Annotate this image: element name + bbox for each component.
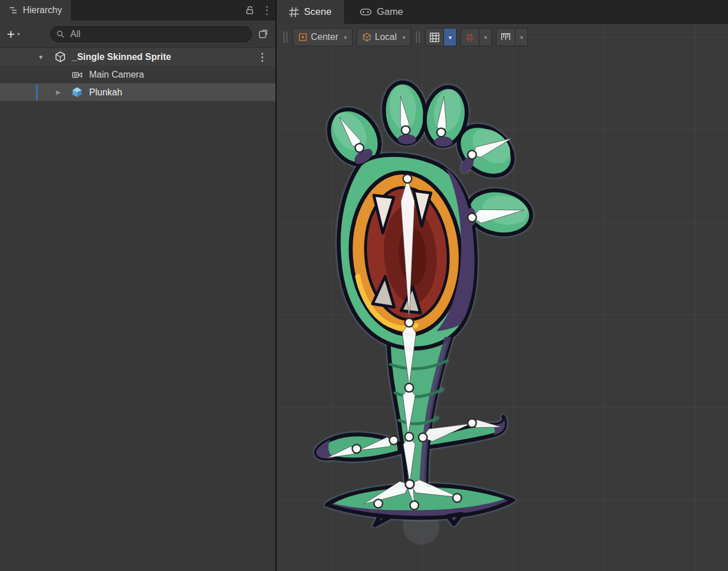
snap-increment-group: ▾: [496, 28, 528, 46]
grid-visibility-group: ▾: [425, 28, 457, 46]
gamepad-icon: [360, 8, 371, 16]
plunkah-label: Plunkah: [89, 87, 122, 98]
chevron-down-icon: ▾: [402, 34, 405, 41]
scene-tab-strip: Scene Game: [277, 0, 728, 24]
bone-joint[interactable]: [453, 494, 462, 502]
bone-joint[interactable]: [468, 151, 477, 159]
bone[interactable]: [401, 179, 414, 320]
bone[interactable]: [423, 424, 471, 441]
chevron-down-icon: ▾: [520, 34, 523, 41]
foldout-expanded-icon[interactable]: ▼: [38, 54, 44, 61]
tool-handle-rotation-button[interactable]: Local ▾: [357, 28, 411, 46]
bone[interactable]: [410, 480, 459, 497]
bone[interactable]: [339, 117, 360, 148]
bone-joint[interactable]: [353, 445, 361, 453]
search-icon: [57, 30, 65, 38]
bone[interactable]: [401, 96, 409, 130]
snap-group: ▾: [461, 28, 492, 46]
bone-joint[interactable]: [374, 500, 383, 508]
grid-icon: [430, 33, 439, 42]
tab-strip-spacer: [71, 0, 241, 21]
bone[interactable]: [358, 437, 394, 451]
chevron-down-icon: ▾: [449, 34, 451, 41]
hierarchy-search-field[interactable]: [50, 26, 252, 42]
bone[interactable]: [403, 388, 415, 436]
bone-joint[interactable]: [390, 436, 398, 445]
hierarchy-icon: [9, 6, 18, 14]
window-picker-icon[interactable]: [258, 29, 269, 41]
bone-joint[interactable]: [403, 175, 412, 183]
scene-tab-label: Scene: [304, 6, 331, 18]
snap-increment-button[interactable]: [496, 28, 515, 46]
bone-joint[interactable]: [406, 480, 414, 489]
chevron-down-icon: ▾: [344, 34, 347, 41]
bone-joint[interactable]: [355, 144, 364, 152]
snap-increment-dropdown[interactable]: ▾: [515, 28, 528, 46]
chevron-down-icon: ▾: [484, 34, 487, 41]
local-cube-icon: [362, 33, 371, 42]
camera-icon: [72, 70, 83, 79]
bone-joint[interactable]: [405, 319, 414, 327]
scene-root-row[interactable]: ▼ _Single Skinned Sprite ⋮: [0, 48, 275, 66]
main-camera-row[interactable]: Main Camera: [0, 66, 275, 83]
bone-joint[interactable]: [419, 433, 427, 442]
plunkah-row[interactable]: ▶ Plunkah: [0, 83, 275, 101]
tool-handle-position-button[interactable]: Center ▾: [293, 28, 353, 46]
scene-grid-icon: [289, 7, 299, 17]
hierarchy-toolbar: + ▾: [0, 21, 275, 48]
create-object-button[interactable]: + ▾: [7, 27, 20, 41]
scene-toolbar: Center ▾ Local ▾: [282, 27, 528, 47]
selection-accent-bar: [36, 85, 38, 100]
snap-grid-icon: [465, 33, 475, 42]
grid-snapping-button[interactable]: [461, 28, 479, 46]
game-tab-label: Game: [377, 6, 403, 18]
hierarchy-menu-kebab-icon[interactable]: ⋮: [258, 0, 275, 21]
lock-icon[interactable]: [241, 0, 258, 21]
scene-row-kebab-icon[interactable]: ⋮: [257, 52, 267, 62]
hierarchy-tab-label: Hierarchy: [23, 5, 62, 15]
bone-joint[interactable]: [402, 126, 410, 135]
tab-scene[interactable]: Scene: [277, 0, 344, 24]
hierarchy-tree: ▼ _Single Skinned Sprite ⋮: [0, 48, 275, 571]
bone[interactable]: [402, 323, 416, 387]
unity-editor: Hierarchy ⋮ + ▾: [0, 0, 728, 571]
scene-name-label: _Single Skinned Sprite: [72, 52, 171, 62]
grid-settings-dropdown[interactable]: ▾: [444, 28, 457, 46]
chevron-down-icon: ▾: [17, 31, 20, 37]
handle-position-label: Center: [311, 32, 338, 42]
scene-viewport[interactable]: Center ▾ Local ▾: [277, 24, 728, 571]
pivot-center-icon: [298, 33, 307, 42]
bone[interactable]: [437, 96, 446, 132]
bone[interactable]: [363, 481, 410, 504]
bone[interactable]: [403, 437, 415, 483]
hierarchy-tab-strip: Hierarchy ⋮: [0, 0, 275, 21]
skeleton-bones-overlay[interactable]: [277, 24, 728, 571]
bone-joint[interactable]: [437, 128, 446, 137]
foldout-collapsed-icon[interactable]: ▶: [56, 89, 61, 96]
bone-joint[interactable]: [405, 384, 414, 392]
ruler-icon: [501, 33, 511, 42]
main-camera-label: Main Camera: [89, 70, 144, 80]
bone-joint[interactable]: [405, 433, 414, 441]
handle-rotation-label: Local: [375, 32, 397, 42]
bone-joint[interactable]: [410, 501, 419, 510]
bone-joint[interactable]: [468, 419, 477, 428]
bone-joint[interactable]: [468, 214, 477, 222]
tab-game[interactable]: Game: [347, 0, 415, 24]
unity-scene-icon: [55, 51, 66, 62]
bone[interactable]: [472, 138, 512, 157]
tab-hierarchy[interactable]: Hierarchy: [0, 0, 71, 21]
snap-settings-dropdown[interactable]: ▾: [479, 28, 492, 46]
search-input[interactable]: [69, 29, 246, 40]
hierarchy-panel: Hierarchy ⋮ + ▾: [0, 0, 275, 571]
prefab-cube-icon: [72, 87, 82, 98]
toolbar-drag-handle[interactable]: [415, 31, 421, 43]
plus-icon: +: [7, 27, 15, 41]
grid-visibility-button[interactable]: [425, 28, 444, 46]
toolbar-drag-handle[interactable]: [282, 31, 289, 43]
bone[interactable]: [472, 210, 524, 223]
scene-panel: Scene Game: [277, 0, 728, 571]
